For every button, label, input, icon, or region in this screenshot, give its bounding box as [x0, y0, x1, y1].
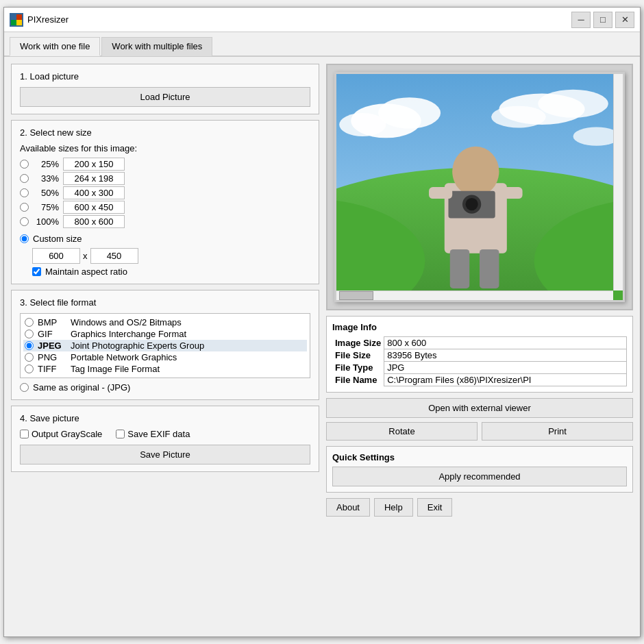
info-value-size: 800 x 600 — [384, 337, 627, 349]
about-button[interactable]: About — [326, 498, 370, 517]
image-info-table: Image Size 800 x 600 File Size 83956 Byt… — [332, 336, 627, 386]
size-radio-75[interactable] — [20, 203, 29, 212]
format-desc-bmp[interactable]: Windows and OS/2 Bitmaps — [71, 317, 182, 327]
action-buttons: Open with external viewer Rotate Print — [326, 398, 633, 441]
format-row-tiff: TIFF Tag Image File Format — [23, 363, 307, 375]
aspect-ratio-row: Maintain aspect ratio — [32, 267, 310, 277]
image-info-panel: Image Info Image Size 800 x 600 File Siz… — [326, 316, 633, 393]
format-radio-bmp[interactable] — [25, 318, 34, 327]
custom-size-label[interactable]: Custom size — [33, 234, 82, 244]
size-pct-100[interactable]: 100% — [33, 216, 59, 227]
size-row-75: 75% 600 x 450 — [20, 201, 310, 214]
format-list: BMP Windows and OS/2 Bitmaps GIF Graphic… — [20, 313, 310, 378]
format-radio-gif[interactable] — [25, 330, 34, 338]
format-label-tiff[interactable]: TIFF — [38, 364, 66, 374]
size-radio-25[interactable] — [20, 160, 29, 169]
aspect-ratio-checkbox[interactable] — [32, 267, 41, 276]
image-info-title: Image Info — [332, 322, 627, 332]
save-picture-button[interactable]: Save Picture — [20, 445, 310, 465]
exif-label[interactable]: Save EXIF data — [127, 429, 190, 439]
custom-height-input[interactable] — [90, 248, 138, 264]
rotate-button[interactable]: Rotate — [326, 422, 478, 441]
format-desc-tiff[interactable]: Tag Image File Format — [71, 364, 160, 374]
svg-point-9 — [538, 90, 608, 118]
format-label-bmp[interactable]: BMP — [38, 317, 66, 327]
maximize-button[interactable]: □ — [593, 12, 612, 28]
format-label-png[interactable]: PNG — [38, 352, 66, 362]
size-radio-custom[interactable] — [20, 234, 29, 243]
tab-one-file[interactable]: Work with one file — [10, 37, 100, 56]
exif-checkbox[interactable] — [116, 430, 125, 438]
preview-image — [336, 74, 623, 300]
size-dim-33: 264 x 198 — [63, 172, 125, 185]
format-radio-png[interactable] — [25, 353, 34, 362]
aspect-ratio-label[interactable]: Maintain aspect ratio — [45, 267, 127, 277]
scrollbar-thumb-h[interactable] — [339, 291, 373, 300]
info-row-size: Image Size 800 x 600 — [332, 337, 627, 349]
open-external-button[interactable]: Open with external viewer — [326, 398, 633, 418]
left-panel: 1. Load picture Load Picture 2. Select n… — [11, 64, 319, 630]
format-desc-jpeg[interactable]: Joint Photographic Experts Group — [71, 340, 204, 351]
exit-button[interactable]: Exit — [417, 498, 453, 517]
grayscale-checkbox[interactable] — [20, 430, 29, 438]
close-button[interactable]: ✕ — [615, 12, 634, 28]
format-row-jpeg: JPEG Joint Photographic Experts Group — [23, 340, 307, 351]
size-title: 2. Select new size — [20, 127, 310, 138]
horizontal-scrollbar[interactable] — [336, 290, 613, 300]
format-radio-jpeg[interactable] — [25, 341, 34, 350]
load-picture-button[interactable]: Load Picture — [20, 87, 310, 107]
size-row-100: 100% 800 x 600 — [20, 215, 310, 228]
size-pct-75[interactable]: 75% — [33, 202, 59, 212]
info-label-filename: File Name — [332, 374, 384, 386]
size-dim-50: 400 x 300 — [63, 186, 125, 199]
size-pct-50[interactable]: 50% — [33, 188, 59, 198]
preview-inner — [334, 72, 625, 302]
minimize-button[interactable]: ─ — [571, 12, 591, 28]
size-row-33: 33% 264 x 198 — [20, 172, 310, 185]
info-label-filetype: File Type — [332, 362, 384, 374]
format-label-same[interactable]: Same as original - (JPG) — [33, 382, 130, 393]
rotate-print-row: Rotate Print — [326, 422, 633, 441]
window-title: PIXresizer — [27, 14, 571, 25]
app-icon — [10, 13, 23, 27]
format-radio-same[interactable] — [20, 383, 29, 392]
quick-settings-panel: Quick Settings Apply recommended — [326, 446, 633, 493]
dimension-separator: x — [83, 251, 88, 261]
main-content: 1. Load picture Load Picture 2. Select n… — [4, 57, 640, 636]
size-pct-33[interactable]: 33% — [33, 173, 59, 184]
svg-point-16 — [452, 147, 499, 197]
size-pct-25[interactable]: 25% — [33, 159, 59, 169]
info-row-filesize: File Size 83956 Bytes — [332, 349, 627, 362]
size-dim-25: 200 x 150 — [63, 158, 125, 171]
svg-rect-22 — [450, 249, 469, 288]
format-label-gif[interactable]: GIF — [38, 329, 66, 339]
size-radio-33[interactable] — [20, 174, 29, 183]
size-radio-100[interactable] — [20, 217, 29, 226]
size-radio-50[interactable] — [20, 188, 29, 197]
format-radio-tiff[interactable] — [25, 364, 34, 373]
format-label-jpeg[interactable]: JPEG — [38, 340, 66, 351]
vertical-scrollbar[interactable] — [613, 74, 623, 290]
apply-recommended-button[interactable]: Apply recommended — [332, 467, 627, 486]
help-button[interactable]: Help — [374, 498, 413, 517]
footer-buttons: About Help Exit — [326, 498, 633, 517]
format-section: 3. Select file format BMP Windows and OS… — [11, 290, 319, 400]
format-desc-png[interactable]: Portable Network Graphics — [71, 352, 177, 362]
available-sizes-label: Available sizes for this image: — [20, 143, 310, 153]
custom-dimensions-row: x — [32, 248, 310, 264]
tab-multiple-files[interactable]: Work with multiple files — [101, 37, 212, 56]
title-bar: PIXresizer ─ □ ✕ — [4, 8, 640, 32]
format-desc-gif[interactable]: Graphics Interchange Format — [71, 329, 186, 339]
print-button[interactable]: Print — [482, 422, 633, 441]
svg-point-7 — [339, 113, 386, 136]
info-label-filesize: File Size — [332, 349, 384, 362]
main-window: PIXresizer ─ □ ✕ Work with one file Work… — [3, 7, 641, 637]
svg-rect-1 — [16, 14, 22, 20]
grayscale-label[interactable]: Output GrayScale — [32, 429, 102, 439]
size-options: 25% 200 x 150 33% 264 x 198 50% 400 x 30… — [20, 158, 310, 228]
svg-rect-21 — [499, 187, 522, 199]
custom-width-input[interactable] — [32, 248, 80, 264]
right-panel: Image Info Image Size 800 x 600 File Siz… — [326, 64, 633, 630]
svg-rect-20 — [429, 187, 452, 199]
load-title: 1. Load picture — [20, 71, 310, 82]
